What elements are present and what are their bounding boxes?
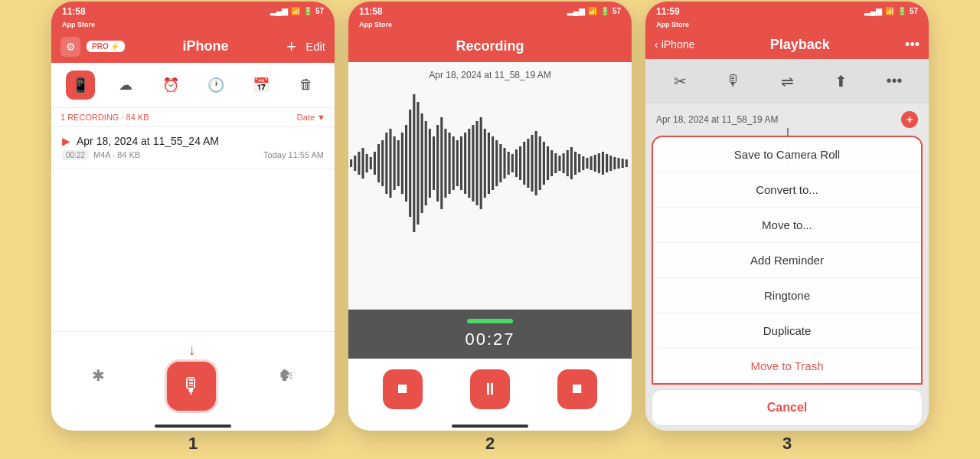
screen1-step-label: 1 bbox=[188, 431, 198, 458]
add-button[interactable]: + bbox=[286, 37, 296, 57]
svg-rect-36 bbox=[492, 136, 494, 190]
svg-rect-45 bbox=[527, 139, 529, 188]
share-icon[interactable]: ⬆ bbox=[826, 67, 855, 96]
edit-toolbar: ✂ 🎙 ⇌ ⬆ ••• bbox=[645, 59, 929, 103]
play-icon[interactable]: ▶ bbox=[62, 135, 70, 147]
signal-icon: ▂▄▆ bbox=[567, 7, 585, 15]
svg-rect-70 bbox=[626, 159, 628, 167]
skip-fwd-button[interactable]: ⏹ bbox=[557, 369, 597, 409]
add-marker-button[interactable]: + bbox=[901, 111, 918, 128]
more-icon[interactable]: ••• bbox=[905, 37, 920, 53]
svg-rect-16 bbox=[413, 94, 415, 232]
skip-back-button[interactable]: ⏹ bbox=[383, 369, 423, 409]
svg-rect-48 bbox=[539, 136, 541, 190]
merge-icon[interactable]: ⇌ bbox=[773, 67, 802, 96]
svg-rect-60 bbox=[586, 158, 588, 169]
svg-rect-49 bbox=[543, 142, 545, 185]
svg-rect-37 bbox=[495, 140, 498, 186]
screen2-home-indicator bbox=[452, 425, 528, 428]
svg-rect-10 bbox=[389, 129, 391, 198]
screen1-title: iPhone bbox=[182, 38, 228, 54]
app-store-label3: App Store bbox=[656, 21, 689, 28]
screen2-header: Recording bbox=[348, 31, 632, 62]
action-move-to[interactable]: Move to... bbox=[653, 208, 921, 243]
screen3-time: 11:59 bbox=[656, 6, 680, 17]
screen3-title: Playback bbox=[770, 37, 830, 53]
screen2-status-right: ▂▄▆ 📶 🔋 57 bbox=[567, 7, 621, 15]
svg-rect-18 bbox=[421, 113, 423, 213]
screen1-header: ⚙ PRO ⚡ iPhone + Edit bbox=[51, 31, 335, 63]
svg-rect-53 bbox=[558, 156, 560, 171]
toolbar-trash-icon[interactable]: 🗑 bbox=[292, 70, 321, 100]
app-store-label2: App Store bbox=[359, 21, 392, 28]
svg-rect-30 bbox=[468, 129, 470, 198]
toolbar-calendar-icon[interactable]: 📅 bbox=[247, 70, 276, 100]
svg-rect-61 bbox=[590, 156, 593, 170]
svg-rect-63 bbox=[598, 153, 600, 173]
svg-rect-28 bbox=[460, 136, 462, 190]
svg-rect-54 bbox=[563, 153, 565, 173]
record-btn-container: ↓ 🎙 bbox=[167, 341, 216, 411]
svg-rect-39 bbox=[503, 148, 505, 179]
rec-format: M4A · 84 KB bbox=[93, 150, 140, 159]
action-add-reminder[interactable]: Add Reminder bbox=[653, 243, 921, 278]
gear-icon[interactable]: ⚙ bbox=[60, 37, 80, 57]
action-convert-to[interactable]: Convert to... bbox=[653, 172, 921, 208]
svg-rect-34 bbox=[484, 129, 486, 198]
toolbar-cloud-icon[interactable]: ☁ bbox=[111, 70, 140, 100]
voice-icon[interactable]: 🎙 bbox=[719, 67, 748, 96]
screen1-header-right: + Edit bbox=[286, 37, 325, 57]
screen3-status-bar: 11:59 ▂▄▆ 📶 🔋 57 bbox=[645, 2, 929, 20]
waveform-svg bbox=[348, 87, 632, 240]
svg-rect-69 bbox=[622, 159, 624, 168]
toolbar-phone-icon[interactable]: 📱 bbox=[66, 70, 95, 100]
timer-value: 00:27 bbox=[465, 329, 514, 349]
recording-meta-row: 00:22 M4A · 84 KB Today 11:55 AM bbox=[62, 150, 324, 160]
toolbar-history-icon[interactable]: 🕐 bbox=[201, 70, 230, 100]
screen1-bottom-bar: ✱ ↓ 🎙 🗣 bbox=[51, 331, 335, 420]
pause-button[interactable]: ⏸ bbox=[470, 369, 510, 409]
record-button[interactable]: 🎙 bbox=[167, 362, 216, 411]
svg-rect-6 bbox=[374, 152, 376, 175]
svg-rect-31 bbox=[472, 125, 474, 202]
svg-rect-33 bbox=[480, 117, 482, 209]
waveform bbox=[348, 87, 632, 240]
toolbar-alarm-icon[interactable]: ⏰ bbox=[156, 70, 185, 100]
wifi-icon: 📶 bbox=[885, 7, 894, 15]
action-move-trash[interactable]: Move to Trash bbox=[653, 349, 921, 383]
action-ringtone[interactable]: Ringtone bbox=[653, 278, 921, 313]
scissors-icon[interactable]: ✂ bbox=[665, 67, 694, 96]
level-bar bbox=[467, 319, 513, 323]
screen1-recording-meta: 1 RECORDING · 84 KB Date ▼ bbox=[51, 108, 335, 127]
svg-rect-13 bbox=[401, 133, 403, 194]
svg-rect-67 bbox=[613, 157, 616, 169]
svg-rect-17 bbox=[416, 102, 419, 225]
transcribe-icon: 🗣 bbox=[279, 367, 294, 385]
arrow-down-icon: ↓ bbox=[188, 341, 195, 359]
sort-label: Date ▼ bbox=[297, 113, 325, 122]
svg-rect-58 bbox=[578, 154, 580, 172]
action-duplicate[interactable]: Duplicate bbox=[653, 313, 921, 349]
svg-rect-59 bbox=[582, 156, 584, 170]
svg-rect-26 bbox=[452, 136, 455, 190]
screen1-status-bar: 11:58 ▂▄▆ 📶 🔋 57 bbox=[51, 2, 335, 20]
svg-rect-44 bbox=[523, 142, 525, 185]
svg-rect-40 bbox=[508, 152, 510, 175]
screen1-frame: 11:58 ▂▄▆ 📶 🔋 57 App Store ⚙ PRO ⚡ bbox=[51, 2, 335, 431]
svg-rect-15 bbox=[409, 110, 411, 217]
back-button[interactable]: ‹ iPhone bbox=[655, 38, 694, 51]
svg-rect-14 bbox=[405, 125, 407, 202]
svg-rect-1 bbox=[354, 156, 356, 171]
svg-rect-7 bbox=[377, 144, 380, 182]
svg-rect-19 bbox=[425, 121, 427, 205]
edit-button[interactable]: Edit bbox=[305, 40, 325, 53]
svg-rect-20 bbox=[429, 129, 431, 198]
recording-item[interactable]: ▶ Apr 18, 2024 at 11_55_24 AM 00:22 M4A … bbox=[51, 127, 335, 169]
back-label: iPhone bbox=[662, 38, 695, 51]
ellipsis-icon[interactable]: ••• bbox=[880, 67, 909, 96]
screen2-wrapper: 11:58 ▂▄▆ 📶 🔋 57 App Store Recording Apr… bbox=[348, 2, 632, 458]
battery-pct: 57 bbox=[910, 7, 918, 15]
action-save-camera-roll[interactable]: Save to Camera Roll bbox=[653, 137, 921, 172]
cancel-button[interactable]: Cancel bbox=[652, 389, 923, 426]
svg-rect-46 bbox=[531, 135, 533, 192]
